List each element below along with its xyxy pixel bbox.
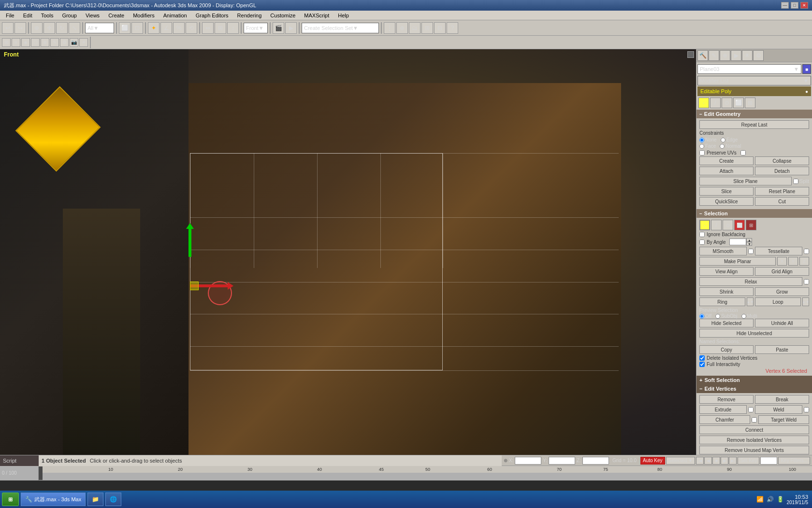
copy-button[interactable]: Copy [699, 345, 754, 354]
undo-button[interactable]: ↩ [2, 22, 14, 34]
play-forward-button[interactable]: ▶ [721, 457, 728, 465]
taskbar-explorer[interactable]: 📁 [87, 493, 103, 506]
minimize-button[interactable]: — [781, 2, 789, 9]
repeat-last-button[interactable]: Repeat Last [699, 120, 809, 129]
remove-button[interactable]: Remove [699, 395, 754, 404]
relax-button[interactable]: Relax [699, 277, 802, 286]
panel-icon-9[interactable]: ☀ [79, 38, 88, 47]
angle-snap-button[interactable]: ∠ [160, 22, 172, 34]
grid-align-button[interactable]: Grid Align [755, 267, 809, 276]
vertex-icon[interactable]: · [698, 98, 709, 108]
preview-off-radio[interactable] [699, 314, 704, 319]
z-input[interactable]: 125.445 [582, 457, 609, 465]
key-filters-button[interactable]: Key Filters... [778, 457, 810, 465]
preserve-uvs-checkbox2[interactable] [740, 150, 746, 155]
weld-button[interactable]: Weld [755, 405, 802, 414]
percent-snap-button[interactable]: % [173, 22, 185, 34]
utilities-panel-tab[interactable]: ⚙ [753, 50, 764, 61]
set-key-button[interactable]: Set Key [738, 457, 759, 465]
object-name-dropdown[interactable]: Plane03 ▼ [697, 64, 801, 74]
cut-button[interactable]: Cut [755, 197, 809, 206]
menu-tools[interactable]: Tools [37, 12, 58, 19]
hide-unselected-button[interactable]: Hide Unselected [699, 329, 809, 338]
constraint-edge-radio[interactable] [721, 138, 725, 142]
viewport-3d[interactable]: Front [0, 49, 696, 455]
slice-plane-button[interactable]: Slice Plane [699, 177, 792, 185]
play-back-button[interactable]: ◀ [704, 457, 712, 465]
loop-spinner-button[interactable]: ▲▼ [802, 297, 809, 306]
element-select-icon[interactable]: ⊞ [746, 220, 756, 230]
taskbar-browser[interactable]: 🌐 [105, 493, 121, 506]
menu-views[interactable]: Views [82, 12, 103, 19]
x-input[interactable]: 40.899 [515, 457, 541, 465]
panel-icon-3[interactable]: ◈ [21, 38, 30, 47]
menu-customize[interactable]: Customize [266, 12, 299, 19]
menu-group[interactable]: Group [58, 12, 81, 19]
ungroup-button[interactable]: ⊟ [434, 22, 446, 34]
paste-button[interactable]: Paste [755, 345, 809, 354]
target-weld-button[interactable]: Target Weld [758, 415, 809, 424]
auto-key-button[interactable]: Auto Key [640, 457, 665, 465]
group-button[interactable]: ⊞ [421, 22, 433, 34]
view-dropdown[interactable]: Front ▼ [244, 23, 268, 33]
selection-header[interactable]: − Selection [696, 209, 812, 218]
y-button[interactable]: Y [788, 257, 798, 266]
scene-explorer-button[interactable]: 🗂 [409, 22, 420, 34]
spinner-snap-button[interactable]: ⟲ [186, 22, 197, 34]
menu-edit[interactable]: Edit [19, 12, 36, 19]
loop-button[interactable]: Loop [755, 297, 801, 306]
preserve-uvs-checkbox[interactable] [699, 150, 705, 155]
taskbar-3dsmax[interactable]: 🔧 武器.max - 3ds Max [21, 493, 86, 506]
hide-selected-button[interactable]: Hide Selected [699, 319, 754, 327]
select-region-button[interactable]: ⬜ [119, 22, 130, 34]
panel-icon-7[interactable]: ⚙ [60, 38, 69, 47]
reference-coord-dropdown[interactable]: All ▼ [85, 23, 114, 33]
vertex-select-icon[interactable]: · [699, 220, 710, 230]
break-button[interactable]: Break [755, 395, 809, 404]
editable-poly-entry[interactable]: Editable Poly ● [697, 86, 811, 96]
menu-graph-editors[interactable]: Graph Editors [192, 12, 232, 19]
tessellate-checkbox[interactable] [804, 249, 809, 254]
y-input[interactable]: -0.0 [549, 457, 575, 465]
grow-button[interactable]: Grow [755, 287, 809, 296]
hierarchy-panel-tab[interactable]: ⊕ [720, 50, 730, 61]
stop-button[interactable]: ■ [712, 457, 720, 465]
edit-geometry-header[interactable]: − Edit Geometry [696, 110, 812, 118]
reset-plane-button[interactable]: Reset Plane [755, 187, 809, 196]
constraint-none-radio[interactable] [699, 138, 704, 142]
attach-button[interactable]: Attach [699, 167, 754, 175]
slice-button[interactable]: Slice [699, 187, 754, 196]
full-interactivity-checkbox[interactable] [699, 362, 705, 367]
menu-modifiers[interactable]: Modifiers [129, 12, 159, 19]
preview-subobj-radio[interactable] [715, 314, 720, 319]
timeline-slider[interactable] [39, 466, 43, 480]
msmooth-button[interactable]: MSmooth [699, 247, 747, 255]
by-angle-checkbox[interactable] [699, 240, 705, 245]
edge-icon[interactable]: / [710, 98, 721, 108]
edit-vertices-header[interactable]: − Edit Vertices [696, 384, 812, 393]
polygon-select-icon[interactable]: ⬜ [734, 220, 745, 230]
selected-dropdown[interactable]: Selected ▼ [666, 457, 696, 465]
menu-file[interactable]: File [2, 12, 18, 19]
help-button[interactable]: ? [447, 22, 458, 34]
remove-unused-button[interactable]: Remove Unused Map Verts [699, 446, 809, 454]
layer-manager-button[interactable]: ⊕ [396, 22, 408, 34]
delete-isolated-checkbox[interactable] [699, 355, 705, 361]
angle-up-button[interactable]: ▲ [746, 238, 752, 242]
align-button[interactable]: ⊞ [215, 22, 226, 34]
collapse-button[interactable]: Collapse [755, 156, 809, 165]
modifier-list-dropdown[interactable]: Modifier List ▼ [697, 76, 811, 85]
connect-button[interactable]: Connect [699, 425, 809, 434]
split-checkbox[interactable] [793, 179, 798, 184]
extrude-button[interactable]: Extrude [699, 405, 747, 414]
constraint-normal-radio[interactable] [720, 144, 725, 149]
object-color-swatch[interactable]: ■ [802, 64, 811, 74]
ignore-backfacing-checkbox[interactable] [699, 232, 705, 237]
chamfer-button[interactable]: Chamfer [699, 415, 750, 424]
unhide-all-button[interactable]: Unhide All [755, 319, 809, 327]
make-planar-button[interactable]: Make Planar [699, 257, 776, 266]
x-button[interactable]: X [777, 257, 787, 266]
create-selection-set-dropdown[interactable]: Create Selection Set ▼ [302, 23, 379, 33]
redo-button[interactable]: ↪ [14, 22, 26, 34]
detach-button[interactable]: Detach [755, 167, 809, 175]
